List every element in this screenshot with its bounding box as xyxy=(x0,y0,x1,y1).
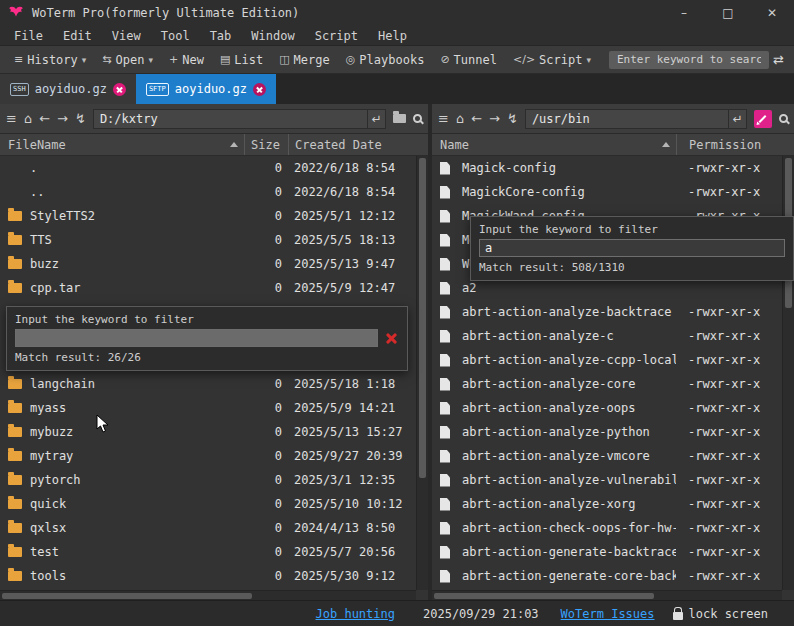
script-button[interactable]: </> Script ▾ xyxy=(507,53,597,67)
menu-item[interactable]: Edit xyxy=(53,29,102,43)
column-filename[interactable]: FileName xyxy=(0,134,244,155)
file-row[interactable]: langchain 0 2025/5/18 1:18 xyxy=(0,372,416,396)
list-button[interactable]: ▤ List xyxy=(214,53,269,67)
folder-icon xyxy=(0,403,22,413)
refresh-icon[interactable]: ↯ xyxy=(75,112,86,125)
history-button[interactable]: ≡ History ▾ xyxy=(8,53,92,67)
list-toggle-icon[interactable]: ≡ xyxy=(438,112,449,125)
file-row[interactable]: abrt-action-generate-backtrace -rwxr-xr-… xyxy=(432,540,782,564)
scrollbar-thumb[interactable] xyxy=(434,593,654,599)
search-icon[interactable] xyxy=(779,114,788,123)
edit-path-icon[interactable] xyxy=(754,110,772,128)
back-icon[interactable]: ← xyxy=(471,112,482,125)
search-icon[interactable] xyxy=(413,114,422,123)
new-button[interactable]: + New xyxy=(163,53,210,67)
toolbar-search-input[interactable] xyxy=(609,51,769,69)
tab-close-icon[interactable] xyxy=(253,83,266,96)
file-row[interactable]: abrt-action-analyze-xorg -rwxr-xr-x xyxy=(432,492,782,516)
open-button[interactable]: ⇆ Open ▾ xyxy=(96,53,159,67)
woterm-issues-link[interactable]: WoTerm Issues xyxy=(561,607,655,621)
file-row[interactable]: test 0 2025/5/7 20:56 xyxy=(0,540,416,564)
back-icon[interactable]: ← xyxy=(39,112,50,125)
file-row[interactable]: tools 0 2025/5/30 9:12 xyxy=(0,564,416,588)
file-row[interactable]: abrt-action-analyze-ccpp-local -rwxr-xr-… xyxy=(432,348,782,372)
menu-item[interactable]: View xyxy=(102,29,151,43)
file-name-cell: a2 xyxy=(454,281,676,295)
file-row[interactable]: abrt-action-analyze-core -rwxr-xr-x xyxy=(432,372,782,396)
file-row[interactable]: MagickCore-config -rwxr-xr-x xyxy=(432,180,782,204)
file-icon xyxy=(432,378,454,391)
file-size-cell: 0 xyxy=(244,545,288,559)
list-toggle-icon[interactable]: ≡ xyxy=(6,112,17,125)
maximize-button[interactable]: □ xyxy=(706,0,750,26)
file-row[interactable]: abrt-action-analyze-vulnerability -rwxr-… xyxy=(432,468,782,492)
file-name-cell: . xyxy=(22,161,244,175)
lock-screen-button[interactable]: lock screen xyxy=(673,607,768,621)
tab-sftp-aoyiduo[interactable]: SFTP aoyiduo.gz xyxy=(136,74,276,104)
tab-close-icon[interactable] xyxy=(113,83,126,96)
menu-item[interactable]: Window xyxy=(241,29,304,43)
file-row[interactable]: mytray 0 2025/9/27 20:39 xyxy=(0,444,416,468)
home-icon[interactable]: ⌂ xyxy=(456,112,464,125)
vertical-scrollbar[interactable] xyxy=(416,156,428,590)
menu-item[interactable]: Script xyxy=(305,29,368,43)
menu-item[interactable]: Tab xyxy=(200,29,242,43)
file-row[interactable]: .. 0 2022/6/18 8:54 xyxy=(0,180,416,204)
file-row[interactable]: Magick-config -rwxr-xr-x xyxy=(432,156,782,180)
file-row[interactable]: abrt-action-analyze-oops -rwxr-xr-x xyxy=(432,396,782,420)
column-size[interactable]: Size xyxy=(244,134,288,155)
tunnel-button[interactable]: ⊘ Tunnel xyxy=(434,53,503,67)
home-icon[interactable]: ⌂ xyxy=(24,112,32,125)
file-size-cell: 0 xyxy=(244,521,288,535)
open-label: Open xyxy=(116,53,145,67)
file-row[interactable]: pytorch 0 2025/3/1 12:35 xyxy=(0,468,416,492)
menu-item[interactable]: File xyxy=(4,29,53,43)
local-path-input[interactable] xyxy=(93,109,368,129)
local-filter-input[interactable] xyxy=(15,329,378,347)
file-row[interactable]: StyleTTS2 0 2025/5/1 12:12 xyxy=(0,204,416,228)
column-permission[interactable]: Permission xyxy=(676,134,782,155)
list-label: List xyxy=(234,53,263,67)
menu-item[interactable]: Tool xyxy=(151,29,200,43)
refresh-icon[interactable]: ↯ xyxy=(507,112,518,125)
job-hunting-link[interactable]: Job hunting xyxy=(316,607,395,621)
file-date-cell: 2022/6/18 8:54 xyxy=(288,185,416,199)
minimize-button[interactable]: – xyxy=(662,0,706,26)
go-path-icon[interactable]: ↵ xyxy=(368,109,386,129)
go-path-icon[interactable]: ↵ xyxy=(729,109,747,129)
file-row[interactable]: abrt-action-analyze-backtrace -rwxr-xr-x xyxy=(432,300,782,324)
forward-icon[interactable]: → xyxy=(489,112,500,125)
playbooks-button[interactable]: ◎ Playbooks xyxy=(340,53,431,67)
file-row[interactable]: abrt-action-analyze-c -rwxr-xr-x xyxy=(432,324,782,348)
scrollbar-thumb[interactable] xyxy=(2,593,252,599)
folder-icon xyxy=(0,235,22,245)
column-name[interactable]: Name xyxy=(432,134,676,155)
horizontal-scrollbar[interactable] xyxy=(0,590,416,600)
file-row[interactable]: qxlsx 0 2024/4/13 8:50 xyxy=(0,516,416,540)
file-row[interactable]: abrt-action-generate-core-backtrace -rwx… xyxy=(432,564,782,588)
file-row[interactable]: abrt-action-analyze-python -rwxr-xr-x xyxy=(432,420,782,444)
file-row[interactable]: buzz 0 2025/5/13 9:47 xyxy=(0,252,416,276)
file-row[interactable]: mybuzz 0 2025/5/13 15:27 xyxy=(0,420,416,444)
file-row[interactable]: . 0 2022/6/18 8:54 xyxy=(0,156,416,180)
file-row[interactable]: myass 0 2025/5/9 14:21 xyxy=(0,396,416,420)
file-row[interactable]: TTS 0 2025/5/5 18:13 xyxy=(0,228,416,252)
file-row[interactable]: quick 0 2025/5/10 10:12 xyxy=(0,492,416,516)
menu-item[interactable]: Help xyxy=(368,29,417,43)
column-created-date[interactable]: Created Date xyxy=(288,134,416,155)
browse-folder-icon[interactable] xyxy=(393,114,406,123)
close-button[interactable]: ✕ xyxy=(750,0,794,26)
scrollbar-thumb[interactable] xyxy=(419,158,426,478)
remote-path-input[interactable] xyxy=(525,109,729,129)
file-row[interactable]: abrt-action-analyze-vmcore -rwxr-xr-x xyxy=(432,444,782,468)
transfer-icon[interactable]: ⇄ xyxy=(773,52,784,67)
forward-icon[interactable]: → xyxy=(57,112,68,125)
remote-filter-input[interactable] xyxy=(479,239,785,257)
folder-icon xyxy=(0,283,22,293)
horizontal-scrollbar[interactable] xyxy=(432,590,782,600)
file-row[interactable]: cpp.tar 0 2025/5/9 12:47 xyxy=(0,276,416,300)
merge-button[interactable]: ◫ Merge xyxy=(273,53,336,67)
clear-filter-icon[interactable] xyxy=(384,331,399,346)
tab-ssh-aoyiduo[interactable]: SSH aoyiduo.gz xyxy=(0,74,136,104)
file-row[interactable]: abrt-action-check-oops-for-hw-error -rwx… xyxy=(432,516,782,540)
